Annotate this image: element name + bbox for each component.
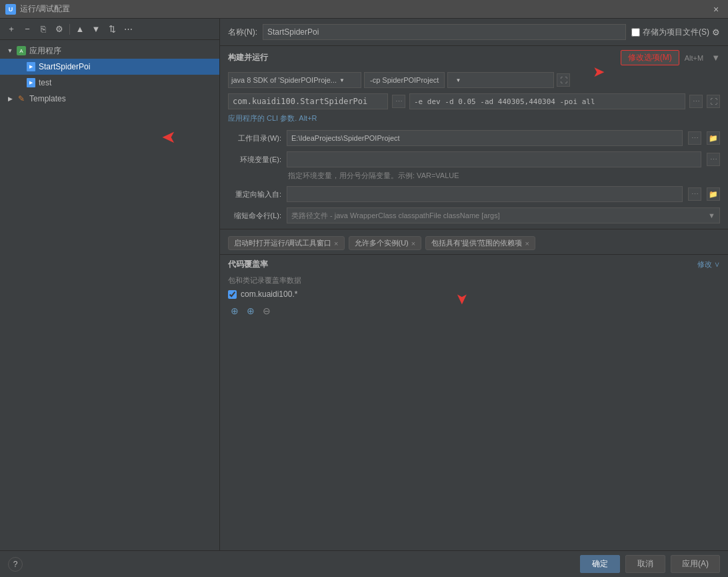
templates-arrow-icon: ▶: [5, 94, 15, 103]
shortcut-cmd-dropdown[interactable]: 类路径文件 - java WrapperClass classpathFile …: [287, 207, 720, 223]
sdk-dropdown[interactable]: java 8 SDK of 'SpiderPOIProje... ▼: [228, 72, 361, 88]
settings-button[interactable]: ⚙: [52, 22, 67, 37]
main-class-row: ⋯ ⋯ ⛶: [220, 91, 728, 112]
move-down-button[interactable]: ▼: [89, 22, 103, 37]
save-checkbox-area: 存储为项目文件(S) ⚙: [631, 27, 720, 38]
move-up-button[interactable]: ▲: [73, 22, 87, 37]
coverage-checkbox-label: com.kuaidi100.*: [241, 290, 297, 299]
tag-provided-scope-close-icon[interactable]: ×: [525, 239, 529, 247]
build-section-title: 构建并运行: [228, 52, 268, 63]
copy-config-button[interactable]: ⎘: [36, 22, 51, 37]
coverage-title: 代码覆盖率: [228, 259, 268, 270]
browse-class-button[interactable]: ⋯: [392, 95, 405, 108]
env-vars-edit-button[interactable]: ⋯: [707, 153, 720, 166]
env-vars-row: 环境变量(E): ⋯: [220, 149, 728, 170]
tree-item-start-spider[interactable]: ▶ ▶ StartSpiderPoi: [0, 59, 219, 75]
close-button[interactable]: ×: [709, 3, 723, 16]
bottom-icons-row: ⊕ ⊕ ⊖: [220, 300, 728, 322]
expand-arrow-icon: ▼: [5, 46, 15, 55]
name-field-label: 名称(N):: [228, 27, 257, 38]
tag-launch-tool[interactable]: 启动时打开运行/调试工具窗口 ×: [228, 236, 345, 250]
tree-start-spider-label: StartSpiderPoi: [39, 62, 90, 71]
tree-test-label: test: [39, 78, 51, 87]
shortcut-dropdown-arrow-icon: ▼: [708, 211, 715, 219]
coverage-checkbox[interactable]: [228, 290, 237, 299]
work-dir-expand-button[interactable]: 📁: [707, 131, 720, 145]
expand-icon[interactable]: ▼: [711, 53, 720, 63]
gear-icon[interactable]: ⚙: [712, 27, 720, 37]
shortcut-cmd-placeholder: 类路径文件 - java WrapperClass classpathFile …: [291, 211, 500, 221]
expand-args-button[interactable]: ⛶: [707, 95, 720, 108]
main-class-input[interactable]: [228, 93, 388, 109]
redirect-folder-button[interactable]: 📁: [707, 187, 720, 201]
add-coverage-class-button[interactable]: ⊕: [244, 304, 257, 318]
tree-item-test[interactable]: ▶ ▶ test: [0, 75, 219, 91]
title-bar: U 运行/调试配置 ×: [0, 0, 728, 19]
main-layout: + − ⎘ ⚙ ▲ ▼ ⇅ ⋯ ▼ A 应用程序 ▶: [0, 19, 728, 550]
classpath-dropdown[interactable]: ▼: [447, 72, 554, 88]
tag-multi-instance-label: 允许多个实例(U): [355, 238, 409, 248]
redirect-browse-button[interactable]: ⋯: [688, 187, 701, 201]
shortcut-cmd-row: 缩短命令行(L): 类路径文件 - java WrapperClass clas…: [220, 205, 728, 226]
file-icon-1: ▶: [25, 61, 36, 72]
toolbar-separator: [69, 24, 70, 35]
tree-item-templates[interactable]: ▶ ✎ Templates: [0, 91, 219, 107]
add-coverage-pattern-button[interactable]: ⊕: [228, 304, 241, 318]
redirect-row: 重定向输入自: ⋯ 📁: [220, 183, 728, 205]
confirm-button[interactable]: 确定: [580, 555, 620, 573]
divider-1: [220, 229, 728, 229]
sdk-label: java 8 SDK of 'SpiderPOIProje...: [231, 76, 337, 84]
modify-options-button[interactable]: 修改选项(M): [621, 50, 679, 65]
work-dir-browse-button[interactable]: ⋯: [688, 131, 701, 145]
help-button[interactable]: ?: [8, 557, 23, 572]
work-dir-input[interactable]: [287, 130, 683, 146]
sdk-config-row: java 8 SDK of 'SpiderPOIProje... ▼ -cp S…: [220, 69, 728, 91]
coverage-checkbox-row: com.kuaidi100.*: [220, 288, 728, 300]
work-dir-row: 工作目录(W): ⋯ 📁: [220, 127, 728, 149]
browse-args-button[interactable]: ⋯: [689, 95, 703, 108]
cancel-button[interactable]: 取消: [625, 555, 665, 573]
apply-button[interactable]: 应用(A): [671, 555, 720, 573]
tag-provided-scope[interactable]: 包括具有'提供'范围的依赖项 ×: [425, 236, 535, 250]
templates-icon: ✎: [16, 93, 27, 104]
tree-group-app[interactable]: ▼ A 应用程序: [0, 43, 219, 59]
sort-button[interactable]: ⇅: [105, 22, 119, 37]
redirect-label: 重定向输入自:: [228, 189, 281, 199]
left-toolbar: + − ⎘ ⚙ ▲ ▼ ⇅ ⋯: [0, 19, 219, 40]
tag-multi-instance-close-icon[interactable]: ×: [411, 239, 415, 247]
save-checkbox-label: 存储为项目文件(S): [643, 27, 709, 38]
tree-app-label: 应用程序: [29, 45, 61, 57]
app-group-icon: A: [16, 45, 27, 56]
name-row: 名称(N): 存储为项目文件(S) ⚙: [220, 19, 728, 46]
name-input[interactable]: [263, 24, 626, 40]
add-config-button[interactable]: +: [4, 22, 19, 37]
app-icon: U: [5, 4, 16, 15]
coverage-header: 代码覆盖率 修改 ∨: [220, 254, 728, 274]
save-as-project-file-checkbox[interactable]: [631, 28, 640, 37]
right-panel: 名称(N): 存储为项目文件(S) ⚙ 构建并运行 ➤ 修改选项(M) Alt+…: [220, 19, 728, 550]
tree-area: ▼ A 应用程序 ▶ ▶ StartSpiderPoi ▶ ▶: [0, 40, 219, 550]
env-vars-input[interactable]: [287, 151, 701, 167]
title-bar-text: 运行/调试配置: [20, 3, 70, 15]
left-panel: + − ⎘ ⚙ ▲ ▼ ⇅ ⋯ ▼ A 应用程序 ▶: [0, 19, 220, 550]
extra-button[interactable]: ⋯: [121, 22, 135, 37]
program-args-input[interactable]: [409, 93, 685, 109]
env-vars-label: 环境变量(E):: [228, 155, 281, 165]
expand-classpath-button[interactable]: ⛶: [557, 73, 570, 87]
sdk-dropdown-arrow-icon: ▼: [339, 77, 345, 83]
cli-hint: 应用程序的 CLI 参数. Alt+R: [220, 112, 728, 127]
redirect-input[interactable]: [287, 186, 683, 202]
coverage-sub: 包和类记录覆盖率数据: [220, 274, 728, 288]
env-vars-hint: 指定环境变量，用分号分隔变量。示例: VAR=VALUE: [220, 170, 728, 183]
tag-multi-instance[interactable]: 允许多个实例(U) ×: [349, 236, 422, 250]
tags-row: 启动时打开运行/调试工具窗口 × 允许多个实例(U) × 包括具有'提供'范围的…: [220, 232, 728, 254]
work-dir-label: 工作目录(W):: [228, 133, 281, 143]
file-icon-2: ▶: [25, 77, 36, 88]
classpath-text: -cp SpiderPOIProject: [364, 72, 445, 88]
remove-coverage-button[interactable]: ⊖: [260, 304, 273, 318]
tree-templates-label: Templates: [29, 94, 66, 103]
remove-config-button[interactable]: −: [20, 22, 35, 37]
coverage-modify-button[interactable]: 修改 ∨: [697, 259, 720, 269]
tag-launch-tool-close-icon[interactable]: ×: [334, 239, 338, 247]
tag-launch-tool-label: 启动时打开运行/调试工具窗口: [234, 238, 331, 248]
